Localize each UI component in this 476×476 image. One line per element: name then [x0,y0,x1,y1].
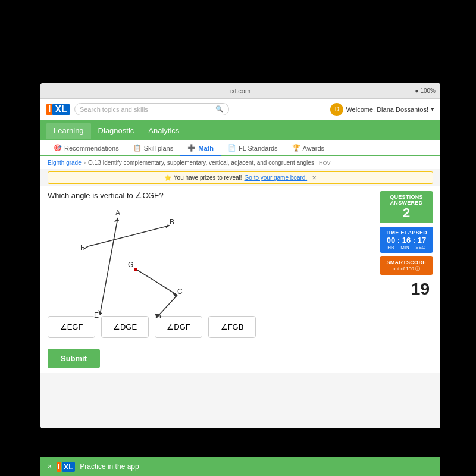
breadcrumb-separator: › [84,159,86,166]
answer-DGF[interactable]: ∠DGF [155,316,202,338]
prize-link[interactable]: Go to your game board. [245,174,308,181]
math-icon: ➕ [187,144,196,152]
banner-text: Practice in the app [80,462,139,471]
subnav-awards[interactable]: 🏆 Awards [285,140,331,155]
label-B: B [170,218,174,226]
subnav-math[interactable]: ➕ Math [180,140,221,156]
welcome-text: Welcome, Diana Dossantos! [346,106,428,113]
smart-score-box: SmartScore out of 100 ⓘ [380,256,433,275]
prize-banner: ⭐ You have prizes to reveal! Go to your … [48,171,433,184]
prize-text: You have prizes to reveal! [174,174,242,181]
bottom-logo-i: I [57,462,61,472]
bottom-banner: × I XL Practice in the app [40,457,440,476]
geometry-diagram: A B F G C E D [48,205,184,318]
svg-line-3 [100,218,118,315]
answer-FGB[interactable]: ∠FGB [208,316,256,338]
tab-diagnostic[interactable]: Diagnostic [91,123,142,139]
label-A: A [115,209,120,217]
breadcrumb: Eighth grade › O.13 Identify complementa… [40,156,440,169]
logo-xl: XL [52,104,69,115]
prize-close-icon[interactable]: ✕ [312,174,317,181]
label-E: E [94,311,99,318]
smart-score-label: SmartScore [384,259,428,265]
subnav-recommendations[interactable]: 🎯 Recommendations [46,140,126,155]
label-C: C [177,287,183,296]
time-units: HR MIN SEC [384,245,428,250]
dropdown-icon[interactable]: ▾ [431,105,434,113]
question-area: Which angle is vertical to ∠CGE? [48,191,375,368]
address-bar: ixl.com ● 100% [40,83,440,99]
diagram-container: A B F G C E D [48,205,178,309]
tab-analytics[interactable]: Analytics [141,123,186,139]
svg-rect-10 [134,268,137,271]
breadcrumb-skill: O.13 Identify complementary, supplementa… [88,159,314,166]
search-placeholder: Search topics and skills [80,106,148,113]
avatar: D [330,103,343,116]
sub-nav: 🎯 Recommendations 📋 Skill plans ➕ Math 📄… [40,140,440,156]
recommendations-icon: 🎯 [54,144,62,152]
main-nav: Learning Diagnostic Analytics [40,120,440,140]
subnav-skillplans[interactable]: 📋 Skill plans [126,140,181,155]
time-elapsed-label: Time elapsed [384,230,428,236]
ixl-logo: I XL [46,104,70,115]
answer-choices: ∠EGF ∠DGE ∠DGF ∠FGB [48,316,375,338]
svg-line-6 [136,269,177,295]
logo-i: I [46,104,52,115]
awards-icon: 🏆 [292,144,300,152]
right-sidebar: Questions answered 2 Time elapsed 00 : 1… [380,191,433,368]
search-icon: 🔍 [215,105,224,113]
answer-DGE[interactable]: ∠DGE [101,316,149,338]
submit-button[interactable]: Submit [48,349,100,368]
label-F: F [80,243,84,252]
user-welcome: D Welcome, Diana Dossantos! ▾ [330,103,434,116]
bottom-logo-xl: XL [62,462,76,472]
tab-learning[interactable]: Learning [46,123,91,139]
banner-close-icon[interactable]: × [48,462,52,471]
skill-plans-icon: 📋 [133,144,142,152]
url-text: ixl.com [230,87,250,95]
label-G: G [128,261,133,269]
main-content: Which angle is vertical to ∠CGE? [40,186,440,373]
bottom-logo: I XL [57,462,75,472]
time-display: 00 : 16 : 17 [384,236,428,245]
svg-line-0 [88,226,170,246]
question-text: Which angle is vertical to ∠CGE? [48,191,375,200]
search-row: I XL Search topics and skills 🔍 D Welcom… [40,99,440,120]
answer-EGF[interactable]: ∠EGF [48,316,95,338]
standards-icon: 📄 [228,144,236,152]
search-input[interactable]: Search topics and skills 🔍 [74,103,229,115]
time-elapsed-box: Time elapsed 00 : 16 : 17 HR MIN SEC [380,227,433,253]
smart-score-value: 19 [380,280,433,299]
breadcrumb-grade[interactable]: Eighth grade [48,159,82,166]
questions-answered-label: Questions answered [384,194,428,206]
subnav-standards[interactable]: 📄 FL Standards [221,140,285,155]
label-D: D [156,313,161,318]
smart-score-sublabel: out of 100 ⓘ [384,265,428,272]
breadcrumb-code: HOV [319,160,331,166]
info-icon: ⓘ [415,266,420,271]
svg-marker-4 [114,218,119,222]
battery-indicator: ● 100% [415,87,436,94]
prize-star-icon: ⭐ [164,174,171,181]
questions-answered-box: Questions answered 2 [380,191,433,223]
questions-answered-value: 2 [384,206,428,220]
